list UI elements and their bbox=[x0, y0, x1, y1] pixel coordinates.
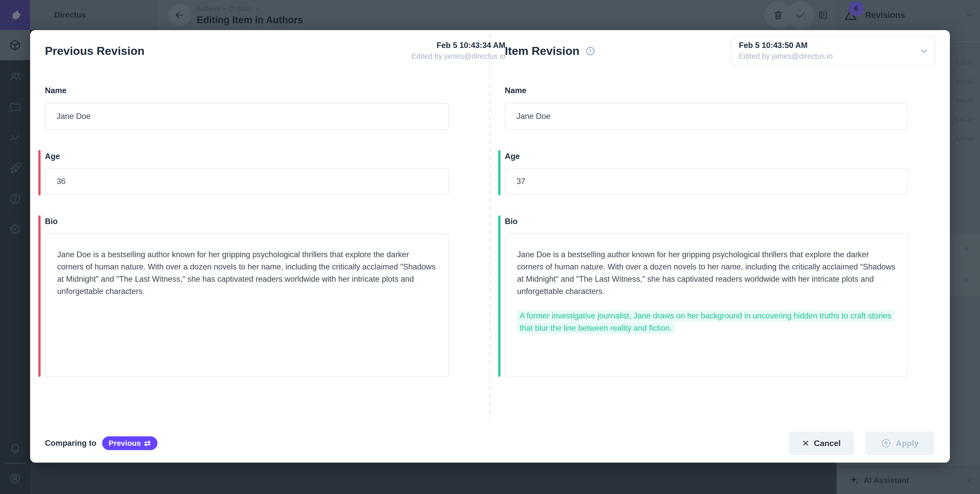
avatar-icon bbox=[9, 472, 21, 485]
module-users[interactable] bbox=[0, 61, 30, 91]
comparison-target-button[interactable]: Previous ⇄ bbox=[102, 436, 158, 450]
bio-text: Jane Doe is a bestselling author known f… bbox=[517, 249, 896, 297]
item-revision-title: Item Revision bbox=[505, 44, 579, 58]
breadcrumb-collection[interactable]: Authors bbox=[197, 5, 221, 13]
trash-icon bbox=[773, 10, 784, 21]
revision-selector-dropdown[interactable]: Feb 5 10:43:50 AM Edited by james@direct… bbox=[731, 36, 935, 65]
name-input[interactable]: Jane Doe bbox=[505, 103, 908, 130]
apply-button[interactable]: Apply bbox=[865, 432, 934, 455]
notifications-button[interactable] bbox=[0, 433, 30, 463]
bio-textarea[interactable]: Jane Doe is a bestselling author known f… bbox=[505, 234, 908, 377]
previous-revision-timestamp: Feb 5 10:43:34 AM bbox=[411, 41, 505, 50]
module-help[interactable] bbox=[0, 184, 30, 214]
chevron-down-icon bbox=[255, 6, 260, 12]
age-label: Age bbox=[505, 152, 520, 161]
age-input[interactable]: 36 bbox=[45, 168, 449, 195]
content-area-dimmed bbox=[30, 462, 837, 494]
selected-revision-timestamp: Feb 5 10:43:50 AM bbox=[739, 41, 916, 50]
users-icon bbox=[9, 70, 21, 83]
changed-indicator-bar bbox=[38, 150, 41, 195]
app-title: Directus bbox=[54, 11, 86, 20]
bio-label: Bio bbox=[45, 217, 58, 226]
nav-header: Directus bbox=[30, 0, 158, 30]
screen: Directus Authors • Main Editing Item in … bbox=[0, 0, 980, 494]
comparing-to-group: Comparing to Previous ⇄ bbox=[45, 436, 158, 450]
revisions-count-badge: 6 bbox=[849, 1, 864, 16]
name-input[interactable]: Jane Doe bbox=[45, 103, 449, 130]
chevron-down-icon bbox=[919, 46, 929, 56]
breadcrumb-version[interactable]: Main bbox=[237, 5, 252, 13]
panel-divider bbox=[490, 34, 490, 419]
item-revision-header: Item Revision bbox=[505, 44, 595, 58]
breadcrumb-separator: • bbox=[223, 5, 225, 13]
name-label: Name bbox=[45, 86, 66, 95]
changed-indicator-bar bbox=[498, 215, 501, 377]
collapse-section-icon[interactable] bbox=[963, 244, 972, 254]
cancel-label: Cancel bbox=[814, 438, 841, 448]
info-icon[interactable] bbox=[585, 46, 595, 56]
name-label: Name bbox=[505, 86, 526, 95]
box-icon bbox=[9, 39, 21, 52]
swap-icon: ⇄ bbox=[144, 439, 151, 447]
module-insights[interactable] bbox=[0, 122, 30, 152]
panel-right-icon bbox=[818, 10, 829, 21]
chevron-down-icon[interactable] bbox=[965, 11, 974, 20]
comparison-target-label: Previous bbox=[109, 439, 141, 448]
version-icon bbox=[228, 6, 235, 13]
revision-item-fragment[interactable]: tus.io bbox=[956, 115, 974, 124]
sidebar-header[interactable]: 6 Revisions bbox=[837, 0, 980, 30]
chevron-left-icon[interactable] bbox=[965, 476, 974, 485]
module-rocket[interactable] bbox=[0, 153, 30, 183]
folder-icon bbox=[9, 100, 21, 113]
revisions-label: Revisions bbox=[865, 10, 905, 20]
cancel-button[interactable]: ✕ Cancel bbox=[789, 432, 854, 455]
page-title: Editing Item in Authors bbox=[197, 14, 303, 25]
close-icon: ✕ bbox=[802, 438, 810, 448]
collapse-section-icon[interactable] bbox=[963, 275, 972, 285]
revisions-icon: 6 bbox=[843, 8, 858, 22]
module-files[interactable] bbox=[0, 92, 30, 122]
directus-logo[interactable] bbox=[0, 0, 30, 30]
revision-item-fragment[interactable]: tus.io bbox=[956, 58, 974, 66]
bio-added-text: A former investigative journalist, Jane … bbox=[517, 310, 894, 334]
selected-revision-edited-by: Edited by james@directus.io bbox=[739, 52, 916, 60]
revision-item-fragment[interactable]: tus.io bbox=[956, 77, 974, 86]
revision-item-fragment[interactable]: tus.io bbox=[956, 96, 974, 104]
revision-compare-dialog: Previous Revision Feb 5 10:43:34 AM Edit… bbox=[30, 30, 950, 462]
user-menu-button[interactable] bbox=[0, 463, 30, 494]
bio-text: Jane Doe is a bestselling author known f… bbox=[57, 249, 437, 297]
age-label: Age bbox=[45, 152, 60, 161]
bio-label: Bio bbox=[505, 217, 517, 226]
gear-icon: ⚙ bbox=[9, 222, 21, 237]
help-icon bbox=[9, 192, 21, 205]
sidebar-divider bbox=[950, 41, 980, 42]
toggle-right-panel-button[interactable] bbox=[809, 1, 837, 29]
ai-assistant-label: AI Assistant bbox=[864, 476, 909, 485]
previous-revision-title: Previous Revision bbox=[45, 44, 145, 58]
ai-assistant-section[interactable]: AI Assistant bbox=[837, 466, 980, 494]
sparkle-icon bbox=[848, 475, 860, 486]
revision-item-fragment[interactable]: tus.io bbox=[956, 134, 974, 143]
rocket-icon bbox=[9, 162, 21, 175]
age-input[interactable]: 37 bbox=[505, 168, 908, 195]
previous-revision-edited-by: Edited by james@directus.io bbox=[411, 52, 505, 60]
previous-revision-header: Previous Revision bbox=[45, 44, 145, 58]
bell-icon bbox=[9, 442, 21, 454]
bio-textarea[interactable]: Jane Doe is a bestselling author known f… bbox=[45, 234, 449, 377]
module-bar: ⚙ bbox=[0, 30, 30, 494]
apply-label: Apply bbox=[896, 438, 919, 448]
breadcrumb: Authors • Main Editing Item in Authors bbox=[197, 5, 303, 25]
back-button[interactable] bbox=[168, 4, 191, 26]
insights-icon bbox=[9, 131, 21, 144]
changed-indicator-bar bbox=[38, 215, 41, 377]
module-content[interactable] bbox=[0, 30, 30, 60]
check-icon bbox=[795, 9, 807, 21]
previous-revision-meta: Feb 5 10:43:34 AM Edited by james@direct… bbox=[411, 41, 505, 60]
comparing-to-label: Comparing to bbox=[45, 438, 97, 448]
changed-indicator-bar bbox=[498, 150, 501, 195]
module-settings[interactable]: ⚙ bbox=[0, 214, 30, 245]
apply-upload-icon bbox=[881, 438, 891, 449]
